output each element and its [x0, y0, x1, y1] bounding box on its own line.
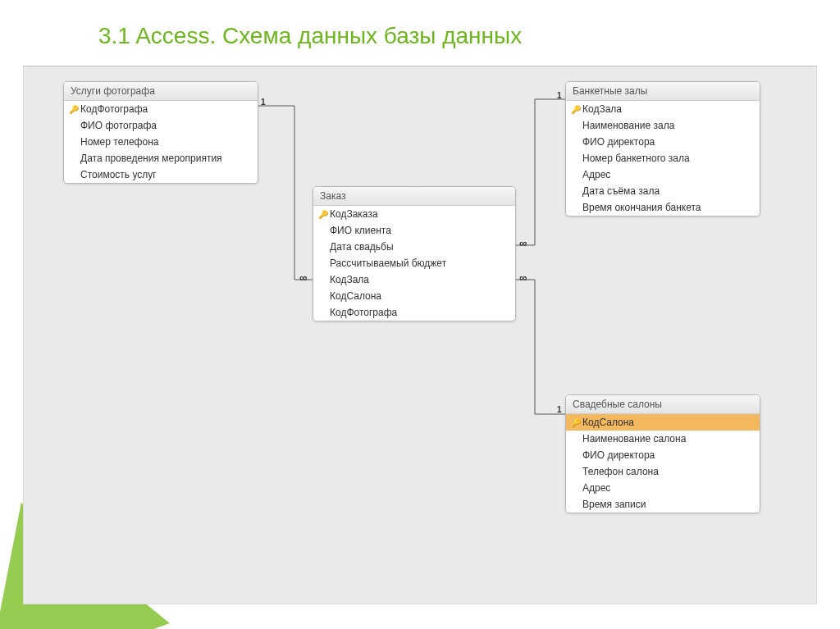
table-field[interactable]: Наименование салона: [566, 431, 760, 447]
table-title: Заказ: [313, 187, 515, 206]
table-field[interactable]: Стоимость услуг: [64, 166, 258, 183]
field-name: КодФотографа: [80, 103, 253, 115]
field-name: Адрес: [582, 169, 755, 180]
primary-key-icon: 🔑: [67, 105, 80, 114]
table-field[interactable]: Телефон салона: [566, 463, 760, 480]
table-field[interactable]: Дата съёма зала: [566, 183, 760, 199]
table-field[interactable]: ФИО фотографа: [64, 117, 258, 134]
field-name: Стоимость услуг: [80, 169, 253, 180]
field-name: ФИО фотографа: [80, 120, 253, 131]
table-field[interactable]: 🔑КодЗаказа: [313, 206, 515, 222]
cardinality-many: ∞: [519, 237, 527, 249]
table-field[interactable]: 🔑КодЗала: [566, 101, 760, 117]
table-field[interactable]: 🔑КодСалона: [566, 414, 760, 431]
primary-key-icon: 🔑: [569, 418, 582, 427]
field-name: Дата проведения мероприятия: [80, 153, 253, 164]
field-list: 🔑КодЗаказаФИО клиентаДата свадьбыРассчит…: [313, 206, 515, 321]
table-field[interactable]: Дата проведения мероприятия: [64, 150, 258, 166]
primary-key-icon: 🔑: [569, 105, 582, 114]
field-list: 🔑КодСалонаНаименование салонаФИО директо…: [566, 414, 760, 513]
table-field[interactable]: Время окончания банкета: [566, 199, 760, 216]
field-name: Наименование зала: [582, 120, 755, 131]
field-name: Дата свадьбы: [330, 241, 510, 253]
field-list: 🔑КодФотографаФИО фотографаНомер телефона…: [64, 101, 258, 183]
table-photographer[interactable]: Услуги фотографа 🔑КодФотографаФИО фотогр…: [63, 81, 258, 184]
cardinality-one: 1: [261, 98, 266, 107]
field-name: ФИО директора: [582, 136, 755, 148]
primary-key-icon: 🔑: [317, 210, 330, 219]
field-name: Время записи: [582, 499, 755, 510]
table-field[interactable]: ФИО директора: [566, 134, 760, 150]
field-name: Дата съёма зала: [582, 185, 755, 197]
table-halls[interactable]: Банкетные залы 🔑КодЗалаНаименование зала…: [565, 81, 760, 217]
field-name: КодСалона: [582, 417, 755, 428]
table-field[interactable]: Адрес: [566, 480, 760, 496]
field-name: КодЗаказа: [330, 208, 510, 220]
field-name: КодЗала: [582, 103, 755, 115]
table-field[interactable]: КодСалона: [313, 288, 515, 304]
field-name: КодСалона: [330, 290, 510, 302]
table-field[interactable]: Номер банкетного зала: [566, 150, 760, 166]
field-name: Адрес: [582, 482, 755, 494]
field-list: 🔑КодЗалаНаименование залаФИО директораНо…: [566, 101, 760, 216]
field-name: Телефон салона: [582, 466, 755, 477]
table-field[interactable]: Дата свадьбы: [313, 239, 515, 255]
field-name: ФИО клиента: [330, 225, 510, 236]
table-field[interactable]: ФИО клиента: [313, 222, 515, 239]
field-name: Номер банкетного зала: [582, 153, 755, 164]
field-name: Время окончания банкета: [582, 202, 755, 213]
table-order[interactable]: Заказ 🔑КодЗаказаФИО клиентаДата свадьбыР…: [313, 186, 516, 321]
cardinality-one: 1: [557, 405, 562, 414]
field-name: Наименование салона: [582, 433, 755, 444]
table-field[interactable]: КодЗала: [313, 271, 515, 288]
table-field[interactable]: ФИО директора: [566, 447, 760, 463]
table-field[interactable]: Время записи: [566, 496, 760, 513]
table-field[interactable]: Наименование зала: [566, 117, 760, 134]
table-title: Банкетные залы: [566, 82, 760, 101]
cardinality-many: ∞: [299, 271, 307, 284]
relationships-canvas: 1 ∞ 1 ∞ 1 ∞ Услуги фотографа 🔑КодФотогра…: [23, 66, 817, 604]
cardinality-one: 1: [557, 91, 562, 100]
table-field[interactable]: Адрес: [566, 166, 760, 183]
slide-title: 3.1 Access. Схема данных базы данных: [98, 23, 522, 49]
table-salons[interactable]: Свадебные салоны 🔑КодСалонаНаименование …: [565, 394, 760, 513]
table-field[interactable]: 🔑КодФотографа: [64, 101, 258, 117]
cardinality-many: ∞: [519, 271, 527, 284]
field-name: ФИО директора: [582, 449, 755, 461]
field-name: Рассчитываемый бюджет: [330, 258, 510, 269]
field-name: КодЗала: [330, 274, 510, 285]
table-title: Услуги фотографа: [64, 82, 258, 101]
table-field[interactable]: Рассчитываемый бюджет: [313, 255, 515, 271]
table-title: Свадебные салоны: [566, 395, 760, 414]
table-field[interactable]: Номер телефона: [64, 134, 258, 150]
table-field[interactable]: КодФотографа: [313, 304, 515, 321]
field-name: КодФотографа: [330, 307, 510, 318]
field-name: Номер телефона: [80, 136, 253, 148]
